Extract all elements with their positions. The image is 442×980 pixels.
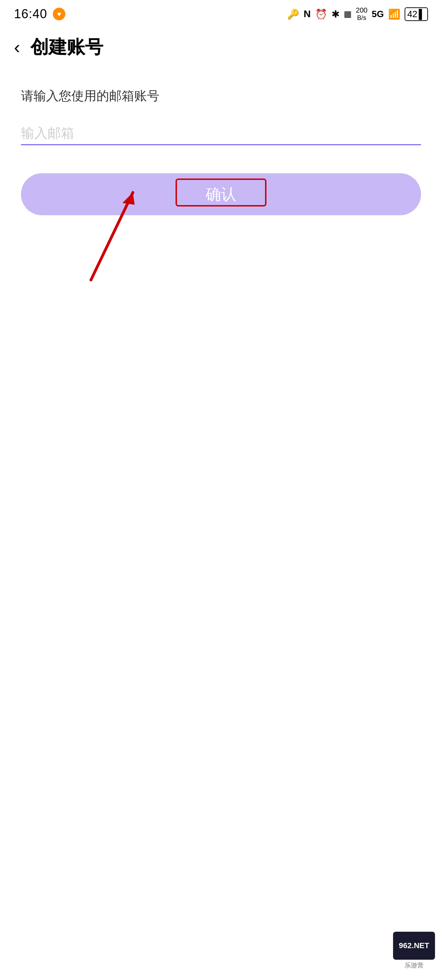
confirm-button[interactable]: 确认 [21,173,421,215]
watermark-logo: 962.NET [393,932,435,960]
back-button[interactable]: ‹ [14,38,20,56]
page-title: 创建账号 [30,35,103,59]
email-input[interactable] [21,122,421,145]
bluetooth-icon: ✱ [331,8,339,20]
instruction-text: 请输入您使用的邮箱账号 [21,88,421,105]
battery-indicator: 42 ▌ [405,7,428,21]
heart-icon: ♥ [53,8,65,20]
confirm-button-label: 确认 [206,184,236,205]
key-icon: 🔑 [287,8,299,20]
status-icons: 🔑 N ⏰ ✱ ▦ 200 B/s 5G 📶 42 ▌ [287,6,428,22]
network-type: 5G [372,9,384,20]
sim-icon: ▦ [344,9,352,19]
nav-header: ‹ 创建账号 [0,28,442,67]
battery-symbol: ▌ [419,9,425,20]
watermark-site: 962.NET [399,941,429,950]
email-input-container [21,122,421,145]
nfc-icon: N [304,8,311,20]
battery-level: 42 [407,9,418,20]
alarm-icon: ⏰ [315,8,327,20]
watermark-sub: 乐游营 [405,961,423,969]
status-bar: 16:40 ♥ 🔑 N ⏰ ✱ ▦ 200 B/s 5G 📶 42 ▌ [0,0,442,28]
network-speed: 200 B/s [356,6,368,22]
watermark: 962.NET 乐游营 [393,932,435,969]
status-time: 16:40 [14,6,47,21]
content-area: 请输入您使用的邮箱账号 确认 [0,67,442,215]
signal-bars-icon: 📶 [388,8,401,20]
